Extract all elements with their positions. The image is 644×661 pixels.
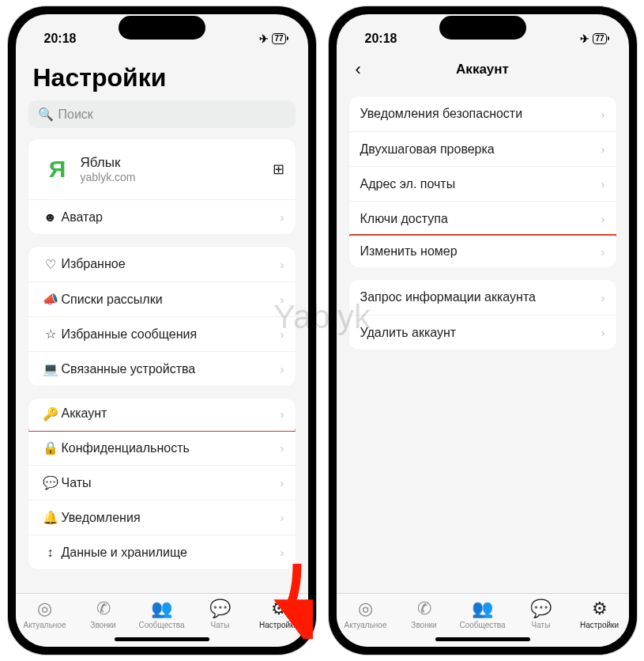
header-title: Аккаунт bbox=[456, 62, 509, 77]
row-icon: 💻 bbox=[40, 361, 62, 376]
chevron-right-icon: › bbox=[281, 441, 284, 455]
tab-icon: ◎ bbox=[358, 599, 373, 619]
tab-Сообщества[interactable]: 👥Сообщества bbox=[133, 599, 191, 629]
chevron-right-icon: › bbox=[601, 245, 605, 259]
tab-icon: 👥 bbox=[151, 599, 172, 619]
list-item[interactable]: Двухшаговая проверка› bbox=[349, 131, 616, 166]
list-item[interactable]: 💻Связанные устройства› bbox=[28, 351, 296, 386]
row-icon: 🔑 bbox=[40, 406, 62, 421]
chevron-right-icon: › bbox=[601, 108, 605, 121]
airplane-icon: ✈ bbox=[259, 32, 269, 45]
tab-icon: ✆ bbox=[96, 599, 111, 619]
tab-Звонки[interactable]: ✆Звонки bbox=[74, 599, 133, 629]
profile-row[interactable]: Я Яблык yablyk.com ⊞ bbox=[28, 139, 296, 199]
tab-label: Сообщества bbox=[459, 621, 505, 629]
tab-Сообщества[interactable]: 👥Сообщества bbox=[454, 599, 512, 629]
row-label: Избранные сообщения bbox=[62, 327, 281, 342]
list-item[interactable]: Изменить номер› bbox=[349, 234, 616, 267]
chevron-right-icon: › bbox=[601, 177, 605, 191]
row-icon: ☆ bbox=[40, 327, 62, 342]
row-icon: 🔒 bbox=[40, 440, 62, 455]
tab-label: Сообщества bbox=[138, 621, 184, 629]
list-item[interactable]: Адрес эл. почты› bbox=[349, 166, 616, 201]
tab-icon: ✆ bbox=[417, 599, 431, 619]
list-item[interactable]: 🔒Конфиденциальность› bbox=[28, 430, 296, 465]
chevron-right-icon: › bbox=[281, 546, 284, 559]
back-button[interactable]: ‹ bbox=[349, 55, 367, 85]
row-icon: 📣 bbox=[40, 292, 62, 307]
row-icon: 💬 bbox=[40, 475, 62, 490]
tab-icon: ⚙ bbox=[592, 599, 608, 619]
tab-Чаты[interactable]: 💬Чаты bbox=[191, 599, 250, 629]
row-label: Двухшаговая проверка bbox=[360, 142, 601, 157]
profile-sub: yablyk.com bbox=[81, 171, 273, 183]
qr-icon[interactable]: ⊞ bbox=[273, 161, 284, 178]
chevron-right-icon: › bbox=[281, 362, 284, 376]
battery-indicator: 77 bbox=[593, 33, 606, 44]
tab-icon: 💬 bbox=[530, 599, 552, 619]
search-icon: 🔍 bbox=[38, 107, 54, 122]
battery-indicator: 77 bbox=[272, 33, 285, 44]
row-label: Уведомления безопасности bbox=[360, 107, 601, 121]
row-icon: 🔔 bbox=[40, 510, 62, 525]
row-label: Адрес эл. почты bbox=[360, 177, 601, 191]
list-item[interactable]: ↕Данные и хранилище› bbox=[28, 534, 296, 569]
list-item[interactable]: Удалить аккаунт› bbox=[349, 315, 616, 349]
row-label: Связанные устройства bbox=[62, 362, 281, 376]
avatar-label: Аватар bbox=[62, 210, 281, 225]
tab-Звонки[interactable]: ✆Звонки bbox=[395, 599, 454, 629]
settings-group-1: ♡Избранное›📣Списки рассылки›☆Избранные с… bbox=[28, 247, 296, 386]
row-label: Данные и хранилище bbox=[62, 546, 281, 560]
chevron-right-icon: › bbox=[281, 476, 284, 489]
nav-header: ‹ Аккаунт bbox=[349, 52, 616, 87]
row-icon: ↕ bbox=[40, 546, 62, 560]
tab-Чаты[interactable]: 💬Чаты bbox=[512, 599, 571, 629]
tab-Актуальное[interactable]: ◎Актуальное bbox=[16, 599, 74, 629]
row-label: Изменить номер bbox=[360, 244, 601, 259]
home-indicator bbox=[435, 637, 530, 641]
list-item[interactable]: 💬Чаты› bbox=[28, 465, 296, 500]
profile-name: Яблык bbox=[81, 155, 273, 171]
tab-icon: ⚙ bbox=[271, 599, 287, 619]
tab-label: Чаты bbox=[532, 621, 551, 629]
settings-group-2: 🔑Аккаунт›🔒Конфиденциальность›💬Чаты›🔔Увед… bbox=[28, 398, 296, 569]
list-item[interactable]: Ключи доступа› bbox=[349, 201, 616, 236]
chevron-right-icon: › bbox=[281, 327, 284, 341]
chevron-right-icon: › bbox=[601, 291, 605, 304]
phone-frame-right: 20:18 ✈ 77 ‹ Аккаунт Уведомления безопас… bbox=[329, 6, 637, 655]
tab-label: Настройки bbox=[580, 621, 619, 629]
tab-Настройки[interactable]: ⚙Настройки bbox=[571, 599, 629, 629]
tab-Актуальное[interactable]: ◎Актуальное bbox=[337, 599, 395, 629]
tab-Настройки[interactable]: ⚙Настройки bbox=[250, 599, 308, 629]
account-group-1: Уведомления безопасности›Двухшаговая про… bbox=[349, 96, 616, 267]
tab-label: Актуальное bbox=[345, 621, 387, 629]
list-item[interactable]: ☆Избранные сообщения› bbox=[28, 316, 296, 351]
row-label: Запрос информации аккаунта bbox=[360, 290, 601, 304]
list-item[interactable]: 🔑Аккаунт› bbox=[28, 398, 296, 432]
avatar-settings-row[interactable]: ☻ Аватар › bbox=[28, 199, 296, 234]
row-label: Удалить аккаунт bbox=[360, 326, 601, 340]
tab-icon: 👥 bbox=[472, 599, 493, 619]
profile-card: Я Яблык yablyk.com ⊞ ☻ Аватар › bbox=[28, 139, 296, 234]
avatar: Я bbox=[40, 152, 74, 187]
tab-icon: 💬 bbox=[209, 599, 231, 619]
tab-label: Настройки bbox=[259, 621, 298, 629]
chevron-right-icon: › bbox=[601, 142, 605, 156]
tab-label: Актуальное bbox=[24, 621, 66, 629]
row-icon: ♡ bbox=[40, 257, 62, 272]
list-item[interactable]: ♡Избранное› bbox=[28, 247, 296, 281]
chevron-right-icon: › bbox=[281, 511, 284, 524]
tab-label: Звонки bbox=[411, 621, 436, 629]
list-item[interactable]: Запрос информации аккаунта› bbox=[349, 280, 616, 315]
chevron-right-icon: › bbox=[281, 210, 284, 224]
row-label: Избранное bbox=[62, 257, 281, 271]
list-item[interactable]: 📣Списки рассылки› bbox=[28, 281, 296, 316]
search-input[interactable]: 🔍 Поиск bbox=[28, 100, 296, 128]
home-indicator bbox=[115, 637, 209, 641]
chevron-right-icon: › bbox=[281, 258, 284, 271]
list-item[interactable]: Уведомления безопасности› bbox=[349, 96, 616, 131]
status-time: 20:18 bbox=[365, 32, 397, 46]
list-item[interactable]: 🔔Уведомления› bbox=[28, 500, 296, 534]
phone-frame-left: 20:18 ✈ 77 Настройки 🔍 Поиск Я Яблык yab… bbox=[8, 6, 316, 655]
row-label: Списки рассылки bbox=[62, 293, 281, 307]
